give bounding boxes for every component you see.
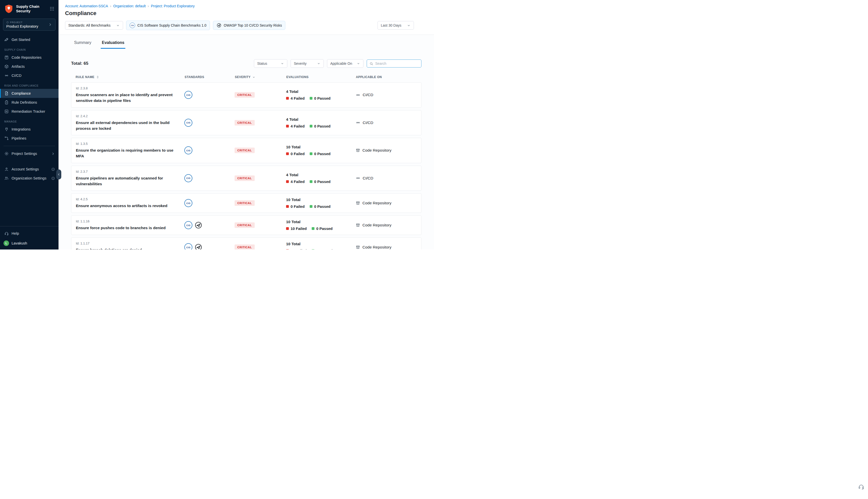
section-label-risk-compliance: RISK AND COMPLIANCE — [0, 80, 59, 89]
cicd-infinity-icon — [355, 120, 360, 125]
sidebar-item-label: Account Settings — [12, 167, 39, 171]
tab-summary[interactable]: Summary — [73, 38, 92, 49]
column-severity[interactable]: SEVERITY — [235, 75, 286, 79]
standards-filter-dropdown[interactable]: Standards: All Benchmarks — [65, 21, 123, 29]
cis-standard-icon: CIS — [184, 174, 192, 182]
breadcrumb-organization[interactable]: Organization: default — [113, 4, 146, 8]
owasp-chip[interactable]: OWASP Top 10 CI/CD Security Risks — [213, 21, 286, 30]
info-icon[interactable] — [51, 177, 55, 180]
failed-count: 10 Failed — [286, 227, 307, 231]
sidebar-item-label: Artifacts — [12, 64, 25, 69]
column-rule-name[interactable]: RULE NAME — [76, 75, 184, 79]
owasp-plane-icon — [217, 23, 221, 28]
sidebar-item-label: Compliance — [12, 92, 31, 95]
sort-icon[interactable] — [96, 75, 99, 79]
chip-label: OWASP Top 10 CI/CD Security Risks — [224, 23, 282, 27]
sidebar-item-organization-settings[interactable]: Organization Settings — [0, 174, 59, 183]
breadcrumb-separator: › — [148, 4, 149, 8]
rule-name: Ensure pipelines are automatically scann… — [76, 175, 176, 187]
cis-standard-icon: CIS — [184, 199, 192, 207]
chevron-right-icon — [51, 152, 55, 156]
column-applicable-on: APPLICABLE ON — [356, 75, 417, 79]
cicd-infinity-icon — [355, 93, 360, 97]
breadcrumb-account[interactable]: Account: Automation-SSCA — [65, 4, 108, 8]
info-icon[interactable] — [51, 168, 55, 171]
chevron-down-icon — [116, 24, 120, 27]
status-filter-dropdown[interactable]: Status — [254, 59, 287, 68]
breadcrumb-separator: › — [110, 4, 111, 8]
applicable-on-label: Code Repository — [362, 201, 391, 205]
search-input[interactable] — [375, 61, 419, 65]
passed-indicator — [312, 227, 314, 230]
applicable-on-label: Code Repository — [362, 245, 391, 250]
failed-indicator — [286, 205, 289, 208]
date-range-dropdown[interactable]: Last 30 Days — [377, 21, 414, 29]
code-repository-icon — [355, 223, 360, 228]
sidebar-item-help[interactable]: Help — [0, 229, 59, 238]
evaluations-total: 10 Total — [286, 242, 355, 246]
applicable-on-label: CI/CD — [363, 93, 373, 97]
chevron-left-icon — [57, 173, 61, 176]
severity-badge: CRITICAL — [234, 244, 255, 250]
brand-shield-icon[interactable] — [4, 4, 14, 14]
table-row[interactable]: Id: 1.3.5 Ensure the organization is req… — [71, 138, 421, 163]
severity-badge: CRITICAL — [234, 92, 255, 98]
tab-evaluations[interactable]: Evaluations — [101, 38, 125, 49]
table-row[interactable]: Id: 2.4.2 Ensure all external dependenci… — [71, 110, 421, 135]
cis-standard-icon: CIS — [184, 91, 192, 99]
section-label-supply-chain: SUPPLY CHAIN — [0, 44, 59, 53]
table-row[interactable]: Id: 2.3.7 Ensure pipelines are automatic… — [71, 166, 421, 191]
cis-benchmark-chip[interactable]: CIS CIS Software Supply Chain Benchmarks… — [126, 21, 210, 30]
cis-badge-icon: CIS — [130, 23, 135, 28]
sidebar-item-account-settings[interactable]: Account Settings — [0, 165, 59, 174]
failed-indicator — [286, 125, 289, 127]
rule-id: Id: 1.3.5 — [76, 142, 184, 146]
section-label-manage: MANAGE — [0, 116, 59, 125]
avatar: L — [3, 241, 9, 246]
rule-id: Id: 4.2.5 — [76, 197, 184, 201]
user-name: Lavakush — [12, 241, 27, 245]
sidebar-item-pipelines[interactable]: Pipelines — [0, 134, 59, 143]
sidebar-collapse-handle[interactable] — [56, 169, 61, 180]
sidebar-item-cicd[interactable]: CI/CD — [0, 71, 59, 80]
toolbar: Standards: All Benchmarks CIS CIS Softwa… — [59, 16, 434, 35]
user-menu[interactable]: L Lavakush — [0, 238, 59, 246]
table-header: RULE NAME STANDARDS SEVERITY EVALUATIONS… — [71, 75, 421, 79]
applicable-on-filter-dropdown[interactable]: Applicable On — [327, 59, 363, 68]
applicable-on-cell: CI/CD — [355, 176, 417, 181]
failed-count: 10 Failed — [286, 248, 307, 250]
table-row[interactable]: Id: 1.1.16 Ensure force pushes code to b… — [71, 215, 421, 235]
failed-count: 4 Failed — [286, 96, 305, 100]
failed-count: 0 Failed — [286, 204, 305, 209]
sidebar-item-integrations[interactable]: Integrations — [0, 125, 59, 134]
sidebar-item-label: Help — [12, 231, 19, 235]
sidebar-item-project-settings[interactable]: Project Settings — [0, 149, 59, 158]
module-switcher-icon[interactable] — [49, 6, 55, 11]
sort-desc-icon[interactable] — [252, 75, 255, 79]
table-row[interactable]: Id: 2.3.8 Ensure scanners are in place t… — [71, 82, 421, 108]
rules-table: Id: 2.3.8 Ensure scanners are in place t… — [71, 82, 421, 250]
sidebar-nav: Get Started SUPPLY CHAIN Code Repositori… — [0, 35, 59, 183]
chip-label: CIS Software Supply Chain Benchmarks 1.0 — [137, 23, 206, 27]
table-row[interactable]: Id: 4.2.5 Ensure anonymous access to art… — [71, 193, 421, 213]
sidebar-item-code-repositories[interactable]: Code Repositories — [0, 53, 59, 62]
sidebar-item-compliance[interactable]: Compliance — [0, 89, 59, 98]
sidebar: Supply Chain Security PROJECT Product Ex… — [0, 0, 59, 250]
breadcrumb-project[interactable]: Project: Product Exploratory — [151, 4, 195, 8]
sidebar-item-rule-definitions[interactable]: Rule Definitions — [0, 98, 59, 107]
sidebar-item-artifacts[interactable]: Artifacts — [0, 62, 59, 71]
table-row[interactable]: Id: 1.1.17 Ensure branch deletions are d… — [71, 238, 421, 250]
severity-badge: CRITICAL — [234, 200, 255, 206]
severity-badge: CRITICAL — [234, 222, 255, 228]
passed-count: 0 Passed — [310, 204, 330, 209]
sidebar-item-get-started[interactable]: Get Started — [0, 35, 59, 44]
passed-indicator — [310, 97, 312, 100]
project-selector[interactable]: PROJECT Product Exploratory — [3, 19, 56, 31]
severity-badge: CRITICAL — [234, 175, 255, 181]
cis-standard-icon: CIS — [184, 243, 192, 250]
severity-filter-dropdown[interactable]: Severity — [291, 59, 324, 68]
sidebar-item-remediation-tracker[interactable]: Remediation Tracker — [0, 107, 59, 116]
passed-indicator — [312, 249, 314, 250]
evaluations-panel: Total: 65 Status Severity Applicable On … — [59, 49, 434, 250]
evaluations-total: 10 Total — [286, 197, 355, 202]
